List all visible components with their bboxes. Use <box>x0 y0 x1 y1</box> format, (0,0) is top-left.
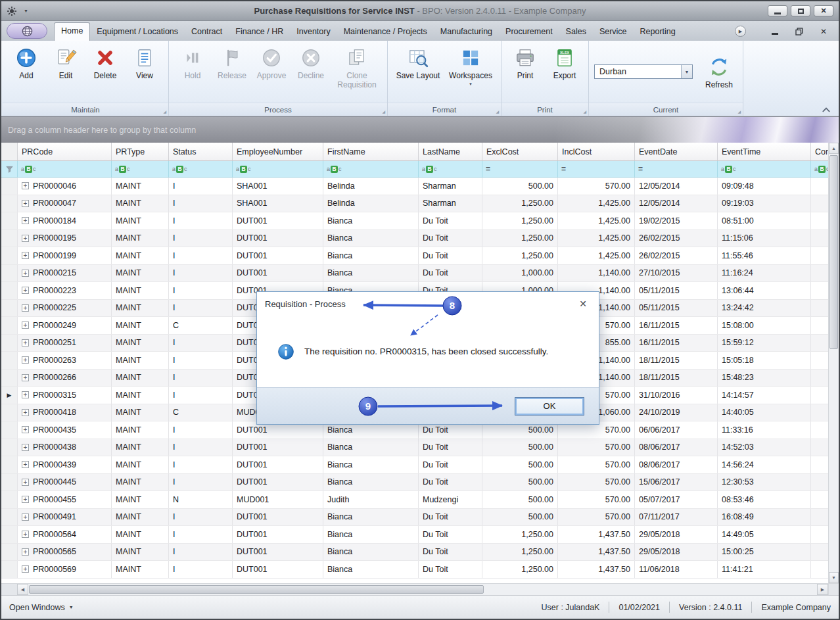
expand-icon[interactable]: + <box>22 426 29 433</box>
workspaces-button[interactable]: Workspaces▼ <box>446 45 496 86</box>
cell-lastname[interactable]: Du Toit <box>419 544 482 561</box>
cell-eventtime[interactable]: 14:14:57 <box>718 387 811 404</box>
cell-prcode[interactable]: +PR0000439 <box>18 456 112 473</box>
cell-comments[interactable] <box>811 439 828 456</box>
cell-prtype[interactable]: MAINT <box>112 491 169 508</box>
cell-inclcost[interactable]: 1,425.00 <box>558 247 635 264</box>
cell-comments[interactable] <box>811 526 828 543</box>
cell-prcode[interactable]: +PR0000418 <box>18 404 112 421</box>
cell-eventtime[interactable]: 14:56:24 <box>718 456 811 473</box>
cell-prtype[interactable]: MAINT <box>112 370 169 387</box>
table-row[interactable]: +PR0000439MAINTIDUT001BiancaDu Toit500.0… <box>1 456 828 474</box>
add-button[interactable]: Add <box>8 45 45 81</box>
cell-eventdate[interactable]: 08/06/2017 <box>635 439 718 456</box>
expand-icon[interactable]: + <box>22 339 29 346</box>
cell-status[interactable]: I <box>169 544 233 561</box>
column-header-inclcost[interactable]: InclCost <box>558 143 635 160</box>
tab-inventory[interactable]: Inventory <box>290 24 337 41</box>
cell-status[interactable]: I <box>169 439 233 456</box>
scroll-right-arrow-icon[interactable]: ▶ <box>817 584 828 595</box>
expand-icon[interactable]: + <box>22 548 29 556</box>
expand-icon[interactable]: + <box>22 565 29 573</box>
cell-prcode[interactable]: +PR0000249 <box>18 317 112 334</box>
cell-firstname[interactable]: Bianca <box>323 439 419 456</box>
table-row[interactable]: +PR0000184MAINTIDUT001BiancaDu Toit1,250… <box>1 212 828 230</box>
cell-prcode[interactable]: +PR0000046 <box>18 178 112 195</box>
tab-manufacturing[interactable]: Manufacturing <box>434 24 499 41</box>
expand-icon[interactable]: + <box>22 217 29 224</box>
cell-status[interactable]: I <box>169 178 233 195</box>
cell-inclcost[interactable]: 570.00 <box>558 509 635 526</box>
cell-inclcost[interactable]: 1,140.00 <box>558 265 635 282</box>
cell-status[interactable]: I <box>169 195 233 212</box>
cell-eventdate[interactable]: 11/06/2018 <box>635 561 718 578</box>
table-row[interactable]: +PR0000565MAINTIDUT001BiancaDu Toit1,250… <box>1 544 828 561</box>
cell-inclcost[interactable]: 570.00 <box>558 439 635 456</box>
cell-eventdate[interactable]: 18/11/2015 <box>635 352 718 369</box>
column-header-status[interactable]: Status <box>169 143 233 160</box>
cell-firstname[interactable]: Judith <box>323 491 419 508</box>
cell-comments[interactable] <box>811 544 828 561</box>
tab-reporting[interactable]: Reporting <box>634 24 682 41</box>
cell-prtype[interactable]: MAINT <box>112 247 169 264</box>
cell-prcode[interactable]: +PR0000491 <box>18 509 112 526</box>
cell-exclcost[interactable]: 500.00 <box>482 456 558 473</box>
cell-employeenumber[interactable]: DUT001 <box>233 439 323 456</box>
cell-firstname[interactable]: Bianca <box>323 247 419 264</box>
cell-lastname[interactable]: Du Toit <box>419 474 482 491</box>
group-dialog-launcher-icon[interactable]: ◢ <box>583 109 586 114</box>
minimize-button[interactable] <box>768 5 787 16</box>
cell-inclcost[interactable]: 570.00 <box>558 456 635 473</box>
edit-button[interactable]: Edit <box>47 45 84 81</box>
cell-prtype[interactable]: MAINT <box>112 544 169 561</box>
cell-comments[interactable] <box>811 352 828 369</box>
dialog-close-icon[interactable]: ✕ <box>575 298 591 309</box>
group-dialog-launcher-icon[interactable]: ◢ <box>382 109 385 114</box>
cell-status[interactable]: C <box>169 404 233 421</box>
table-row[interactable]: +PR0000215MAINTIDUT001BiancaDu Toit1,000… <box>1 265 828 283</box>
cell-exclcost[interactable]: 1,250.00 <box>482 247 558 264</box>
cell-prcode[interactable]: +PR0000199 <box>18 247 112 264</box>
cell-prcode[interactable]: +PR0000565 <box>18 544 112 561</box>
table-row[interactable]: +PR0000564MAINTIDUT001BiancaDu Toit1,250… <box>1 526 828 544</box>
horizontal-scrollbar[interactable]: ◀ ▶ <box>1 583 839 595</box>
cell-eventtime[interactable]: 11:41:21 <box>718 561 811 578</box>
cell-prtype[interactable]: MAINT <box>112 474 169 491</box>
cell-prtype[interactable]: MAINT <box>112 300 169 317</box>
cell-eventtime[interactable]: 14:49:05 <box>718 526 811 543</box>
cell-status[interactable]: I <box>169 230 233 247</box>
cell-lastname[interactable]: Du Toit <box>419 561 482 578</box>
filter-cell-prcode[interactable]: aBc <box>18 161 112 177</box>
cell-status[interactable]: I <box>169 370 233 387</box>
table-row[interactable]: +PR0000569MAINTIDUT001BiancaDu Toit1,250… <box>1 561 828 579</box>
cell-prtype[interactable]: MAINT <box>112 526 169 543</box>
expand-icon[interactable]: + <box>22 444 29 451</box>
cell-prtype[interactable]: MAINT <box>112 178 169 195</box>
table-row[interactable]: +PR0000445MAINTIDUT001BiancaDu Toit500.0… <box>1 474 828 492</box>
cell-prtype[interactable]: MAINT <box>112 352 169 369</box>
cell-eventdate[interactable]: 05/07/2017 <box>635 491 718 508</box>
cell-inclcost[interactable]: 570.00 <box>558 474 635 491</box>
cell-status[interactable]: I <box>169 247 233 264</box>
cell-employeenumber[interactable]: DUT001 <box>233 526 323 543</box>
ok-button[interactable]: OK <box>515 397 584 416</box>
cell-prtype[interactable]: MAINT <box>112 404 169 421</box>
scroll-left-arrow-icon[interactable]: ◀ <box>17 584 28 595</box>
cell-prcode[interactable]: +PR0000438 <box>18 439 112 456</box>
table-row[interactable]: +PR0000046MAINTISHA001BelindaSharman500.… <box>1 178 828 195</box>
cell-eventdate[interactable]: 26/02/2015 <box>635 230 718 247</box>
column-header-prtype[interactable]: PRType <box>112 143 169 160</box>
cell-comments[interactable] <box>811 335 828 352</box>
filter-cell-prtype[interactable]: aBc <box>112 161 169 177</box>
cell-exclcost[interactable]: 1,250.00 <box>482 212 558 229</box>
cell-status[interactable]: I <box>169 456 233 473</box>
cell-eventdate[interactable]: 16/11/2015 <box>635 317 718 334</box>
cell-status[interactable]: I <box>169 335 233 352</box>
expand-icon[interactable]: + <box>22 200 29 207</box>
filter-cell-lastname[interactable]: aBc <box>419 161 482 177</box>
cell-firstname[interactable]: Bianca <box>323 230 419 247</box>
filter-cell-comments[interactable]: aBc <box>811 161 828 177</box>
cell-eventtime[interactable]: 13:06:44 <box>718 282 811 299</box>
column-header-prcode[interactable]: PRCode <box>18 143 112 160</box>
cell-eventdate[interactable]: 06/06/2017 <box>635 421 718 439</box>
